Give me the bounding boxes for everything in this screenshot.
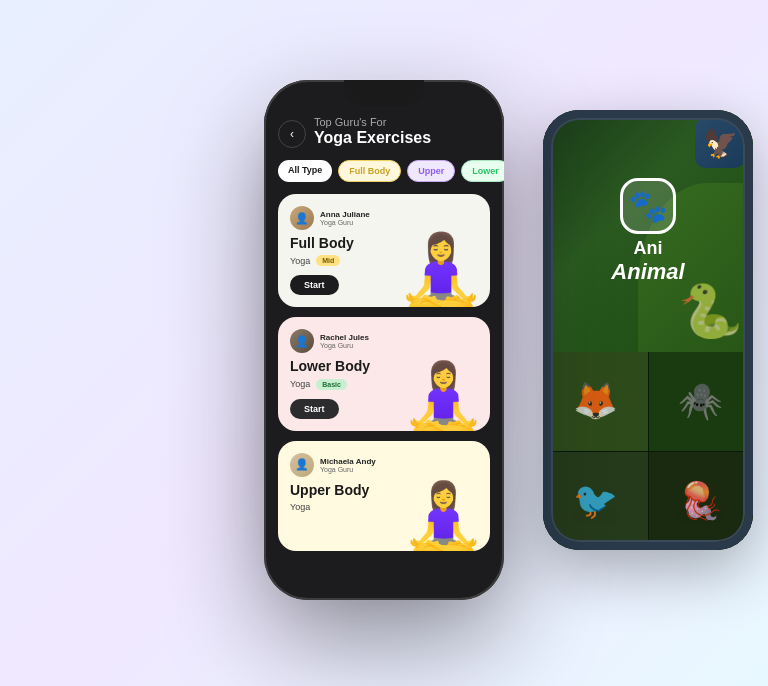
animal-cell-4: 🪼 (649, 452, 754, 551)
card-type-1: Yoga (290, 256, 310, 266)
yoga-person-2: 🧘‍♀️ (401, 363, 486, 431)
guru-name-2: Rachel Jules (320, 333, 369, 342)
guru-role-2: Yoga Guru (320, 342, 369, 349)
guru-info-3: 👤 Michaela Andy Yoga Guru (290, 453, 478, 477)
paw-logo: 🐾 Ani Animal (611, 178, 684, 285)
animal-cell-1: 🦊 (543, 352, 648, 451)
guru-name-3: Michaela Andy (320, 457, 376, 466)
guru-name-1: Anna Juliane (320, 210, 370, 219)
guru-role-3: Yoga Guru (320, 466, 376, 473)
guru-avatar-1: 👤 (290, 206, 314, 230)
filter-tab-upper[interactable]: Upper (407, 160, 455, 182)
back-button[interactable]: ‹ (278, 120, 306, 148)
filter-tab-lower[interactable]: Lower (461, 160, 504, 182)
snake-emoji: 🐍 (678, 281, 743, 342)
phones-container: Hello Jenny 👩 👨‍⚕️ 👩‍⚕️ 👩‍⚕️ 👩‍⚕️ Recent… (0, 0, 768, 686)
card-badge-2: Basic (316, 379, 347, 390)
guru-role-1: Yoga Guru (320, 219, 370, 226)
center-subtitle: Top Guru's For (314, 116, 431, 128)
guru-info-1: 👤 Anna Juliane Yoga Guru (290, 206, 478, 230)
phone-notch (344, 80, 424, 106)
guru-info-2: 👤 Rachel Jules Yoga Guru (290, 329, 478, 353)
app-name: Ani (633, 238, 662, 259)
guru-avatar-3: 👤 (290, 453, 314, 477)
animal-cell-2: 🕷️ (649, 352, 754, 451)
yoga-card-fullbody: 👤 Anna Juliane Yoga Guru Full Body Yoga … (278, 194, 490, 307)
animal-preview-1: 🦅 (695, 118, 745, 168)
yoga-card-upperbody: 👤 Michaela Andy Yoga Guru Upper Body Yog… (278, 441, 490, 551)
start-btn-2[interactable]: Start (290, 399, 339, 419)
animal-emoji-1: 🦊 (543, 352, 648, 451)
right-phone-bottom: 🦊 🕷️ 🐦 🪼 (543, 352, 753, 550)
animal-cell-3: 🐦 (543, 452, 648, 551)
center-phone: ‹ Top Guru's For Yoga Exercises All Type… (264, 80, 504, 600)
guru-avatar-2: 👤 (290, 329, 314, 353)
card-type-2: Yoga (290, 379, 310, 389)
right-phone: 🐍 🐾 Ani Animal 🦅 🦊 🕷️ (543, 110, 753, 550)
start-btn-1[interactable]: Start (290, 275, 339, 295)
center-title: Yoga Exercises (314, 128, 431, 147)
filter-tabs: All Type Full Body Upper Lower (278, 160, 490, 182)
yoga-card-lowerbody: 👤 Rachel Jules Yoga Guru Lower Body Yoga… (278, 317, 490, 430)
paw-icon-container: 🐾 (620, 178, 676, 234)
guru-details-2: Rachel Jules Yoga Guru (320, 333, 369, 349)
card-type-3: Yoga (290, 502, 310, 512)
center-content: ‹ Top Guru's For Yoga Exercises All Type… (264, 80, 504, 600)
guru-details-1: Anna Juliane Yoga Guru (320, 210, 370, 226)
animal-emoji-2: 🕷️ (649, 352, 754, 451)
center-title-block: Top Guru's For Yoga Exercises (314, 116, 431, 147)
animal-emoji-3: 🐦 (543, 452, 648, 551)
card-badge-1: Mid (316, 255, 340, 266)
yoga-person-3: 🧘‍♀️ (401, 483, 486, 551)
right-phone-inner: 🐍 🐾 Ani Animal 🦅 🦊 🕷️ (543, 110, 753, 550)
filter-tab-all[interactable]: All Type (278, 160, 332, 182)
paw-icon: 🐾 (628, 187, 668, 225)
app-subtitle: Animal (611, 259, 684, 285)
filter-tab-fullbody[interactable]: Full Body (338, 160, 401, 182)
right-phone-top: 🐍 🐾 Ani Animal 🦅 (543, 110, 753, 352)
yoga-person-1: 🧘‍♀️ (396, 235, 486, 307)
center-header: ‹ Top Guru's For Yoga Exercises (278, 112, 490, 148)
guru-details-3: Michaela Andy Yoga Guru (320, 457, 376, 473)
center-phone-inner: ‹ Top Guru's For Yoga Exercises All Type… (264, 80, 504, 600)
animal-emoji-4: 🪼 (649, 452, 754, 551)
